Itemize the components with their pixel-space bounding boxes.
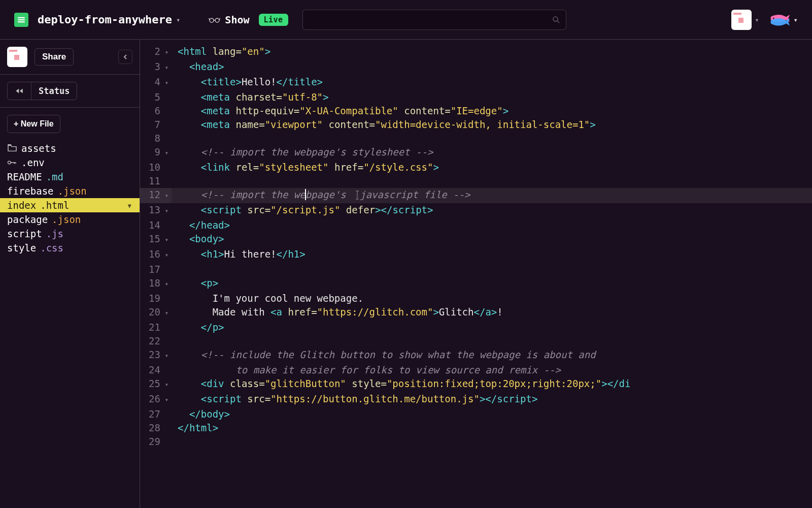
sidebar: Share Status + New File assets.envREADME… (0, 40, 140, 508)
chevron-down-icon: ▾ (176, 16, 180, 24)
line-number: 4▾ (140, 75, 172, 90)
new-file-button[interactable]: + New File (7, 115, 60, 133)
status-button[interactable]: Status (31, 82, 77, 100)
code-line[interactable]: 16▾ <h1>Hi there!</h1> (140, 247, 812, 263)
svg-rect-1 (18, 19, 25, 20)
code-line[interactable]: 13▾ <script src="/script.js" defer></scr… (140, 203, 812, 218)
sidebar-status-row: Status (0, 75, 140, 108)
line-number: 2▾ (140, 45, 172, 60)
line-number: 10 (140, 161, 172, 174)
line-number: 28 (140, 421, 172, 435)
share-button[interactable]: Share (35, 48, 74, 66)
sunglasses-icon (209, 14, 221, 26)
file-ext: .json (52, 214, 81, 225)
file-row[interactable]: package.json (0, 212, 140, 227)
svg-point-8 (8, 161, 11, 164)
glitch-logo-icon[interactable] (14, 13, 28, 27)
code-content: <link rel="stylesheet" href="/style.css"… (172, 161, 439, 174)
code-content: <!-- import the webpage's stylesheet --> (172, 145, 433, 159)
code-line[interactable]: 21 </p> (140, 321, 812, 334)
code-line[interactable]: 5 <meta charset="utf-8"> (140, 90, 812, 104)
file-row[interactable]: .env (0, 155, 140, 170)
file-row[interactable]: assets (0, 141, 140, 155)
file-row[interactable]: index.html▾ (0, 198, 140, 212)
chevron-down-icon: ▾ (127, 200, 132, 211)
code-line[interactable]: 26▾ <script src="https://button.glitch.m… (140, 392, 812, 407)
code-line[interactable]: 25▾ <div class="glitchButton" style="pos… (140, 377, 812, 392)
code-line[interactable]: 23▾ <!-- include the Glitch button to sh… (140, 348, 812, 363)
project-avatar-icon[interactable] (7, 47, 27, 67)
svg-rect-0 (18, 17, 25, 18)
line-number: 22 (140, 334, 172, 348)
code-line[interactable]: 11 (140, 174, 812, 188)
file-name: assets (21, 143, 56, 154)
svg-point-5 (553, 17, 558, 21)
line-number: 24 (140, 363, 172, 377)
file-name: .env (21, 157, 45, 168)
sidebar-top: Share (0, 40, 140, 75)
line-number: 19 (140, 292, 172, 305)
code-content: <meta http-equiv="X-UA-Compatible" conte… (172, 104, 509, 118)
search-input[interactable] (308, 15, 552, 25)
editor[interactable]: 2▾<html lang="en">3▾ <head>4▾ <title>Hel… (140, 40, 812, 508)
user-avatar-menu[interactable]: ▾ (731, 10, 759, 30)
code-line[interactable]: 15▾ <body> (140, 232, 812, 247)
key-icon (7, 157, 17, 168)
sidebar-files: + New File assets.envREADME.mdfirebase.j… (0, 108, 140, 255)
code-content: <!-- import the webpage's javascript fil… (172, 188, 470, 202)
file-row[interactable]: README.md (0, 170, 140, 184)
line-number: 21 (140, 321, 172, 334)
line-number: 3▾ (140, 60, 172, 75)
code-line[interactable]: 4▾ <title>Hello!</title> (140, 75, 812, 90)
status-pill: Status (7, 82, 77, 100)
code-line[interactable]: 20▾ Made with <a href="https://glitch.co… (140, 305, 812, 321)
search-box[interactable] (302, 10, 566, 30)
code-content: <html lang="en"> (172, 45, 270, 58)
line-number: 27 (140, 407, 172, 421)
rewind-button[interactable] (8, 82, 31, 100)
collapse-sidebar-button[interactable] (118, 50, 132, 64)
code-line[interactable]: 6 <meta http-equiv="X-UA-Compatible" con… (140, 104, 812, 118)
folder-icon (7, 143, 17, 154)
code-line[interactable]: 3▾ <head> (140, 60, 812, 75)
code-line[interactable]: 18▾ <p> (140, 276, 812, 292)
show-label: Show (225, 14, 249, 26)
app-header: deploy-from-anywhere ▾ Show Live ▾ (0, 0, 812, 40)
code-line[interactable]: 10 <link rel="stylesheet" href="/style.c… (140, 161, 812, 174)
file-row[interactable]: style.css (0, 241, 140, 255)
code-line[interactable]: 22 (140, 334, 812, 348)
code-content: to make it easier for folks to view sour… (172, 363, 561, 377)
glitch-fish-menu[interactable]: ▾ (768, 13, 798, 26)
svg-line-6 (557, 21, 559, 23)
code-line[interactable]: 29 (140, 435, 812, 449)
code-content: <p> (172, 276, 218, 290)
code-content: <body> (172, 232, 224, 246)
code-line[interactable]: 9▾ <!-- import the webpage's stylesheet … (140, 145, 812, 161)
code-line[interactable]: 17 (140, 263, 812, 276)
file-row[interactable]: firebase.json (0, 184, 140, 198)
code-line[interactable]: 14 </head> (140, 218, 812, 232)
code-line[interactable]: 27 </body> (140, 407, 812, 421)
line-number: 12▾ (140, 188, 172, 203)
collapse-icon (122, 54, 128, 60)
code-line[interactable]: 2▾<html lang="en"> (140, 45, 812, 60)
show-button[interactable]: Show (209, 14, 249, 26)
svg-rect-2 (18, 21, 25, 22)
code-content: <div class="glitchButton" style="positio… (172, 377, 630, 391)
line-number: 15▾ (140, 232, 172, 247)
file-ext: .json (58, 185, 87, 197)
code-content: </head> (172, 218, 230, 232)
code-line[interactable]: 28</html> (140, 421, 812, 435)
code-line[interactable]: 12▾ <!-- import the webpage's javascript… (140, 188, 812, 203)
code-line[interactable]: 7 <meta name="viewport" content="width=d… (140, 118, 812, 132)
project-name-dropdown[interactable]: deploy-from-anywhere ▾ (38, 13, 180, 26)
code-line[interactable]: 19 I'm your cool new webpage. (140, 292, 812, 305)
code-line[interactable]: 24 to make it easier for folks to view s… (140, 363, 812, 377)
chevron-down-icon: ▾ (794, 16, 798, 24)
code-content: </p> (172, 321, 224, 334)
rewind-icon (15, 87, 24, 94)
code-content: <script src="https://button.glitch.me/bu… (172, 392, 537, 406)
file-name: README (7, 171, 42, 182)
file-row[interactable]: script.js (0, 227, 140, 241)
code-line[interactable]: 8 (140, 132, 812, 145)
